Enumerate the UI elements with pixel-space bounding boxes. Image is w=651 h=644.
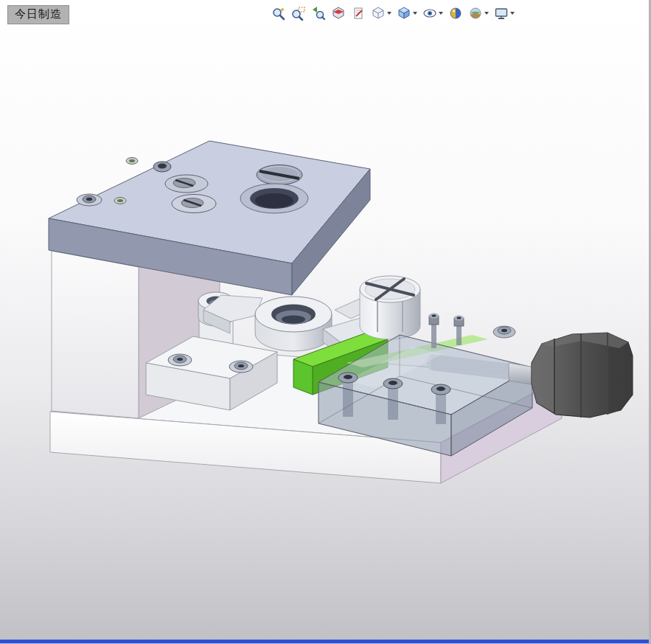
socket-screw — [493, 326, 515, 338]
dynamic-annotation-views-button[interactable] — [349, 5, 367, 21]
view-settings-button[interactable] — [492, 5, 516, 21]
watermark-label: 今日制造 — [7, 5, 69, 24]
socket-screw — [338, 373, 358, 383]
section-view-button[interactable] — [330, 5, 347, 21]
chevron-down-icon[interactable] — [510, 12, 515, 15]
chevron-down-icon[interactable] — [387, 12, 391, 15]
dowel-hole — [126, 158, 138, 165]
heads-up-toolbar — [270, 5, 516, 21]
zoom-to-area-icon — [291, 6, 306, 21]
washer-screw[interactable] — [77, 194, 102, 206]
view-orientation-button[interactable] — [369, 5, 393, 21]
counterbore-hole — [240, 184, 308, 213]
chevron-down-icon[interactable] — [484, 12, 489, 15]
eccentric-disc[interactable] — [165, 175, 208, 193]
section-view-icon — [331, 6, 346, 21]
display-style-button[interactable] — [395, 5, 419, 21]
annotation-views-icon — [351, 6, 366, 21]
zoom-to-fit-button[interactable] — [270, 5, 288, 21]
hide-show-items-button[interactable] — [421, 5, 445, 21]
previous-view-icon — [311, 6, 326, 21]
eccentric-disc[interactable] — [172, 195, 216, 213]
scene-sphere-icon — [468, 6, 483, 21]
socket-screw — [383, 378, 403, 389]
socket-screw[interactable] — [229, 361, 253, 373]
chevron-down-icon[interactable] — [439, 12, 443, 15]
cad-application-window: 今日制造 — [0, 0, 651, 644]
previous-view-button[interactable] — [310, 5, 327, 21]
socket-screw[interactable] — [168, 354, 192, 366]
chevron-down-icon[interactable] — [413, 12, 417, 15]
appearance-ball-icon — [448, 6, 463, 21]
display-style-icon — [397, 6, 411, 21]
slotted-screw[interactable] — [257, 165, 302, 185]
edit-appearance-button[interactable] — [447, 5, 464, 21]
3d-viewport[interactable] — [0, 0, 651, 644]
socket-screw[interactable] — [153, 162, 171, 172]
socket-screw — [431, 384, 450, 395]
monitor-icon — [494, 6, 509, 21]
zoom-to-area-button[interactable] — [290, 5, 307, 21]
apply-scene-button[interactable] — [467, 5, 490, 21]
bottom-accent-bar — [0, 640, 649, 643]
zoom-to-fit-icon — [271, 6, 286, 21]
collet-cylinder[interactable] — [360, 276, 420, 339]
view-orientation-icon — [371, 6, 386, 21]
clamp-knob — [532, 333, 633, 418]
eye-icon — [422, 6, 437, 21]
dowel-hole — [114, 198, 126, 204]
